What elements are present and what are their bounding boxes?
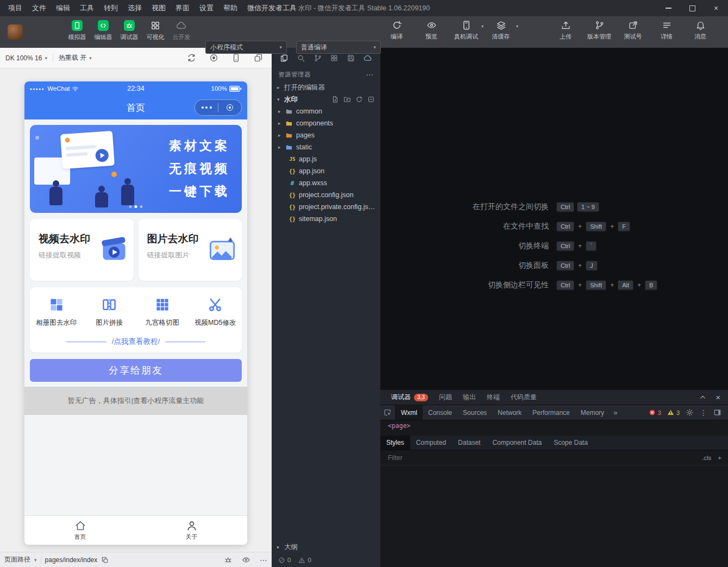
toolbar-button-cloud[interactable]: 云开发 [168,20,194,41]
close-miniprogram-button[interactable] [218,104,241,111]
files-icon[interactable] [280,54,288,62]
tree-item-static[interactable]: ▸static [272,141,380,153]
devtools-tab-memory[interactable]: Memory [575,405,610,420]
maximize-button[interactable] [680,0,704,16]
element-tag[interactable]: <page> [388,422,411,430]
problems-status[interactable]: 0 0 [272,553,380,567]
new-file-icon[interactable] [331,96,339,103]
toolbar-button-version[interactable]: 版本管理 [587,20,612,41]
menu-item-5[interactable]: 转到 [99,0,123,16]
device-selector[interactable]: DK 100% 16 ▾ [0,54,53,62]
toolbar-button-details[interactable]: 详情 [654,20,679,41]
close-button[interactable]: × [704,0,728,16]
rotate-icon[interactable] [187,53,196,62]
toolbar-button-visual[interactable]: 可视化 [142,20,168,41]
more-icon[interactable]: ⋯ [260,556,267,564]
bug-icon[interactable] [224,556,233,564]
tree-item-app.wxss[interactable]: #app.wxss [272,177,380,189]
tree-item-pages[interactable]: ▸pages [272,129,380,141]
panel-tab-dataset[interactable]: Dataset [452,436,486,450]
toolbar-button-upload[interactable]: 上传 [553,20,578,41]
toolbar-button-test[interactable]: 测试号 [620,20,645,41]
project-section[interactable]: ▾ 水印 [272,93,380,105]
user-avatar[interactable] [8,24,23,40]
open-editors-section[interactable]: ▸ 打开的编辑器 [272,81,380,93]
banner-carousel[interactable]: 素材文案无痕视频一键下载 [30,125,242,213]
menu-item-4[interactable]: 工具 [75,0,99,16]
hot-reload-toggle[interactable]: 热重载 开 ▾ [53,53,97,62]
minimize-button[interactable] [656,0,680,16]
dock-side-icon[interactable] [713,408,721,417]
tool-grid9[interactable]: 九宫格切图 [136,297,189,327]
toolbar-action-preview[interactable]: 预览 [416,20,447,41]
toolbar-action-clear-cache[interactable]: 清缓存▾ [486,20,516,41]
menu-item-10[interactable]: 帮助 [218,0,242,16]
phone-tab-home[interactable]: 首页 [24,516,136,545]
devtools-tab-network[interactable]: Network [492,405,527,420]
menu-item-1[interactable]: 项目 [3,0,27,16]
collapse-panel-icon[interactable] [699,393,707,401]
devtools-tab-sources[interactable]: Sources [457,405,492,420]
gear-icon[interactable] [686,408,694,417]
toolbar-button-debugger[interactable]: 调试器 [116,20,142,41]
phone-tab-about[interactable]: 关于 [136,516,247,545]
menu-item-2[interactable]: 文件 [27,0,51,16]
tree-item-app.json[interactable]: {}app.json [272,165,380,177]
copy-icon[interactable] [101,556,109,564]
toolbar-action-compile[interactable]: 编译 [381,20,412,41]
devtools-tab-performance[interactable]: Performance [527,405,575,420]
compile-select[interactable]: 普通编译 ▾ [296,41,381,54]
toolbar-button-simulator[interactable]: 模拟器 [64,20,90,41]
toolbar-button-editor[interactable]: 编辑器 [90,20,116,41]
close-panel-icon[interactable]: × [716,393,720,401]
debugger-tab-问题[interactable]: 问题 [434,390,457,405]
extensions-icon[interactable] [330,54,338,62]
page-path-label[interactable]: 页面路径 [4,555,30,564]
save-icon[interactable] [347,54,355,62]
panel-tab-component-data[interactable]: Component Data [486,436,548,450]
menu-item-6[interactable]: 选择 [123,0,147,16]
cloud-icon[interactable] [363,54,372,62]
refresh-icon[interactable] [355,96,363,103]
tree-item-sitemap.json[interactable]: {}sitemap.json [272,213,380,225]
tree-item-app.js[interactable]: JSapp.js [272,153,380,165]
toolbar-action-device-debug[interactable]: 真机调试▾ [451,20,481,41]
error-counter[interactable]: 3 [649,409,661,416]
menu-item-9[interactable]: 设置 [194,0,218,16]
search-icon[interactable] [297,54,305,62]
add-style-icon[interactable]: + [718,455,721,461]
more-vertical-icon[interactable]: ⋮ [700,408,707,417]
tool-splice[interactable]: 图片拼接 [83,297,136,327]
debugger-tab-debugger[interactable]: 调试器3,3 [386,390,434,405]
warning-counter[interactable]: 3 [667,409,680,416]
record-icon[interactable] [209,53,218,62]
card-video-watermark[interactable]: 视频去水印链接提取视频 [30,219,134,281]
tree-item-project.config.json[interactable]: {}project.config.json [272,189,380,201]
collapse-all-icon[interactable] [367,96,375,103]
more-menu-button[interactable] [195,106,218,109]
git-branch-icon[interactable] [313,54,322,62]
device-frame-icon[interactable] [231,53,241,62]
tab-overflow-icon[interactable]: » [610,408,621,417]
inspect-element-button[interactable] [380,405,396,420]
tree-item-common[interactable]: ▸common [272,105,380,117]
panel-tab-computed[interactable]: Computed [410,436,452,450]
tool-md5[interactable]: 视频MD5修改 [189,297,242,327]
cls-toggle[interactable]: .cls [702,455,711,461]
filter-input[interactable] [387,453,552,462]
mode-select[interactable]: 小程序模式 ▾ [205,41,287,54]
tutorial-link[interactable]: /点我查看教程/ [112,337,160,346]
carousel-dots[interactable] [129,205,143,208]
debugger-tab-代码质量[interactable]: 代码质量 [505,390,542,405]
card-image-watermark[interactable]: 图片去水印链接提取图片 [139,219,242,281]
element-tree[interactable]: <page> [380,420,728,436]
debugger-tab-终端[interactable]: 终端 [481,390,505,405]
toolbar-button-message[interactable]: 消息 [688,20,713,41]
tool-checker[interactable]: 相册图去水印 [30,297,83,327]
panel-tab-scope-data[interactable]: Scope Data [548,436,594,450]
devtools-tab-wxml[interactable]: Wxml [396,405,423,420]
menu-item-3[interactable]: 编辑 [51,0,75,16]
menu-item-11[interactable]: 微信开发者工具 [242,0,302,16]
devtools-tab-console[interactable]: Console [423,405,457,420]
menu-item-7[interactable]: 视图 [147,0,171,16]
